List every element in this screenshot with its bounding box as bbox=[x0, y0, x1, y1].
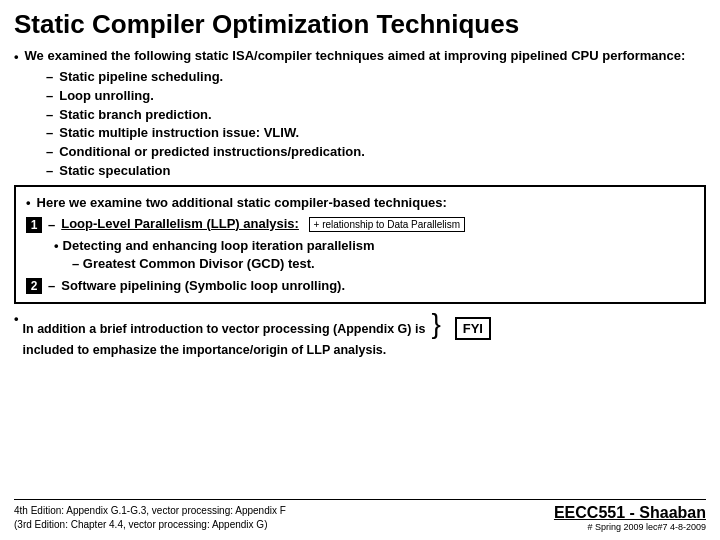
dash-icon-4: – bbox=[46, 124, 53, 143]
bullet3-text1: In addition a brief introduction to vect… bbox=[23, 322, 426, 336]
page: Static Compiler Optimization Techniques … bbox=[0, 0, 720, 540]
item1-label: Loop-Level Parallelism (LLP) analysis: bbox=[61, 216, 299, 231]
bullet2-text: Here we examine two additional static co… bbox=[37, 195, 447, 210]
item1-row: 1 – Loop-Level Parallelism (LLP) analysi… bbox=[26, 216, 694, 233]
item1-dash: – bbox=[48, 217, 55, 232]
footer-title: EECC551 - Shaaban bbox=[554, 504, 706, 522]
sub-item-6: – Static speculation bbox=[46, 162, 706, 181]
item1-sub-bullets: • Detecting and enhancing loop iteration… bbox=[54, 237, 694, 273]
sub-item-3: – Static branch prediction. bbox=[46, 106, 706, 125]
dash-icon-5: – bbox=[46, 143, 53, 162]
brace-symbol: } bbox=[431, 308, 440, 339]
footer: 4th Edition: Appendix G.1-G.3, vector pr… bbox=[14, 499, 706, 532]
item2-number: 2 bbox=[26, 278, 42, 294]
sub-item-4: – Static multiple instruction issue: VLI… bbox=[46, 124, 706, 143]
section2-box: • Here we examine two additional static … bbox=[14, 185, 706, 304]
bullet1-text: We examined the following static ISA/com… bbox=[25, 48, 686, 63]
item1-sub1: • Detecting and enhancing loop iteration… bbox=[54, 237, 694, 255]
bullet3-text2: included to emphasize the importance/ori… bbox=[23, 343, 387, 357]
bullet3-row: • In addition a brief introduction to ve… bbox=[14, 310, 706, 358]
sub-item-1: – Static pipeline scheduling. bbox=[46, 68, 706, 87]
footer-right: EECC551 - Shaaban # Spring 2009 lec#7 4-… bbox=[554, 504, 706, 532]
item2-row: 2 – Software pipelining (Symbolic loop u… bbox=[26, 277, 694, 294]
item1-sub2: – Greatest Common Divisor (GCD) test. bbox=[72, 255, 694, 273]
fyi-badge: FYI bbox=[455, 317, 491, 340]
item2-label: Software pipelining (Symbolic loop unrol… bbox=[61, 278, 345, 293]
item2-dash: – bbox=[48, 278, 55, 293]
footer-left-line2: (3rd Edition: Chapter 4.4, vector proces… bbox=[14, 518, 286, 532]
sub-item-5: – Conditional or predicted instructions/… bbox=[46, 143, 706, 162]
sub-list: – Static pipeline scheduling. – Loop unr… bbox=[46, 68, 706, 181]
bullet-dot-1: • bbox=[14, 49, 19, 64]
bullet3-text-block: In addition a brief introduction to vect… bbox=[23, 310, 706, 358]
dash-icon-6: – bbox=[46, 162, 53, 181]
bullet-dot-sub1: • bbox=[54, 237, 59, 255]
bullet-dot-3: • bbox=[14, 311, 19, 326]
footer-sub: # Spring 2009 lec#7 4-8-2009 bbox=[554, 522, 706, 532]
item1-number: 1 bbox=[26, 217, 42, 233]
item1-content: Loop-Level Parallelism (LLP) analysis: +… bbox=[61, 216, 694, 232]
bullet-dot-2: • bbox=[26, 195, 31, 210]
page-title: Static Compiler Optimization Techniques bbox=[14, 10, 706, 40]
dash-icon-1: – bbox=[46, 68, 53, 87]
dash-icon-3: – bbox=[46, 106, 53, 125]
dash-icon-2: – bbox=[46, 87, 53, 106]
footer-left-line1: 4th Edition: Appendix G.1-G.3, vector pr… bbox=[14, 504, 286, 518]
sub-item-2: – Loop unrolling. bbox=[46, 87, 706, 106]
item1-tag: + relationship to Data Parallelism bbox=[309, 217, 465, 232]
footer-left: 4th Edition: Appendix G.1-G.3, vector pr… bbox=[14, 504, 286, 532]
